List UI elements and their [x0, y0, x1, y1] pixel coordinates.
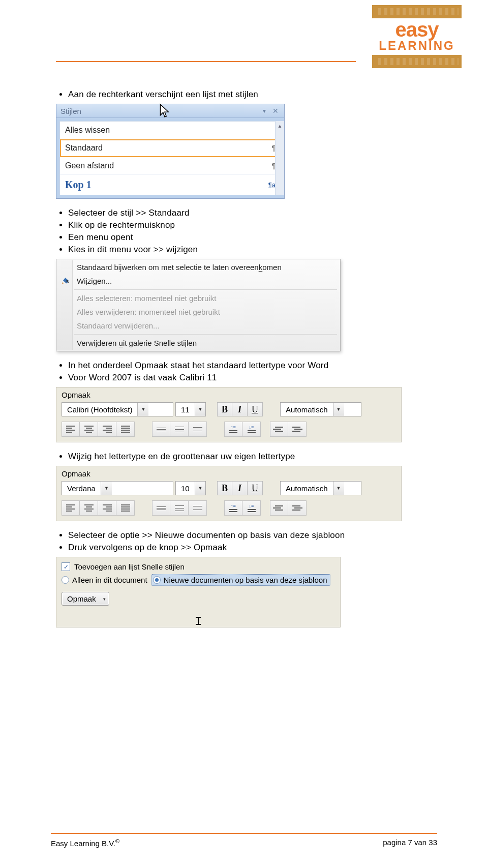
bold-button[interactable]: B	[217, 481, 232, 495]
style-mark: ¶	[264, 162, 276, 170]
font-color-combo[interactable]: Automatisch ▼	[280, 402, 361, 416]
button-label: Opmaak	[67, 594, 96, 603]
dropdown-icon[interactable]: ▼	[195, 403, 205, 416]
para-spacing-group: ↑≡ ↓≡	[224, 422, 261, 437]
align-right-button[interactable]	[98, 422, 116, 437]
font-color-value: Automatisch	[281, 405, 333, 414]
menu-item-label: Alles verwijderen: momenteel niet gebrui…	[77, 308, 220, 316]
align-center-button[interactable]	[80, 422, 98, 437]
align-group	[62, 422, 135, 437]
align-left-button[interactable]	[62, 500, 80, 516]
align-center-button[interactable]	[80, 500, 98, 516]
styles-task-pane: Stijlen ▼ ✕ Alles wissen Standaard ¶ Gee…	[56, 104, 285, 199]
spacing-2-button[interactable]	[189, 422, 207, 437]
list-item: Wijzig het lettertype en de groottenaar …	[68, 452, 432, 462]
font-family-combo[interactable]: Verdana ▼	[62, 481, 173, 495]
template-options-section: ✓ Toevoegen aan lijst Snelle stijlen All…	[56, 557, 341, 627]
bold-button[interactable]: B	[217, 402, 232, 416]
after-menu-bullets: In het onderdeel Opmaak staat het standa…	[56, 361, 432, 383]
footer-right: pagina 7 van 33	[383, 838, 437, 848]
mid-bullets: Selecteer de stijl >> Standaard Klik op …	[56, 208, 432, 255]
ctx-remove-all: Alles verwijderen: momenteel niet gebrui…	[56, 305, 340, 319]
indent-decrease-button[interactable]	[270, 422, 288, 437]
logo-word-learning: LEARNING	[366, 39, 468, 53]
space-before-inc-button[interactable]: ↑≡	[224, 500, 242, 516]
checkbox-label: Toevoegen aan lijst Snelle stijlen	[74, 562, 185, 571]
logo-word-easy: easy	[366, 20, 468, 39]
logo-ornament-top	[372, 5, 462, 18]
font-family-combo[interactable]: Calibri (Hoofdtekst) ▼	[62, 402, 173, 416]
italic-button[interactable]: I	[232, 481, 248, 495]
text-cursor-icon	[196, 617, 201, 625]
radio-new-documents[interactable]	[153, 576, 161, 584]
list-item: Klik op de rechtermuisknop	[68, 220, 432, 230]
logo-ornament-bottom	[372, 55, 462, 68]
style-label: Standaard	[65, 143, 264, 153]
style-row-geenafstand[interactable]: Geen afstand ¶	[60, 157, 281, 175]
font-size-combo[interactable]: 11 ▼	[175, 402, 206, 416]
space-before-dec-button[interactable]: ↓≡	[242, 500, 261, 516]
radio-label: Nieuwe documenten op basis van deze sjab…	[164, 576, 327, 584]
dropdown-icon[interactable]: ▼	[333, 403, 344, 416]
style-row-kop1[interactable]: Kop 1 ¶a	[60, 175, 281, 195]
indent-increase-button[interactable]	[288, 422, 307, 437]
indent-group	[270, 500, 307, 516]
align-left-button[interactable]	[62, 422, 80, 437]
pane-titlebar[interactable]: Stijlen ▼ ✕	[56, 104, 284, 118]
style-row-standaard[interactable]: Standaard ¶	[60, 139, 281, 157]
style-mark: ¶a	[264, 181, 276, 189]
indent-increase-button[interactable]	[288, 500, 307, 516]
italic-button[interactable]: I	[232, 402, 248, 416]
final-bullets: Selecteer de optie >> Nieuwe documenten …	[56, 530, 432, 553]
style-row-clearall[interactable]: Alles wissen	[60, 122, 281, 139]
format-dropdown-button[interactable]: Opmaak ▾	[62, 592, 109, 606]
footer-left: Easy Learning B.V.©	[51, 838, 119, 848]
intro-list: Aan de rechterkant verschijnt een lijst …	[56, 89, 432, 100]
align-group	[62, 500, 135, 516]
ctx-remove-from-gallery[interactable]: Verwijderen uit galerie Snelle stijlen	[56, 336, 340, 350]
font-color-value: Automatisch	[281, 484, 333, 493]
scroll-up-icon[interactable]: ▲	[276, 121, 284, 130]
spacing-2-button[interactable]	[189, 500, 207, 516]
align-justify-button[interactable]	[116, 500, 135, 516]
underline-button[interactable]: U	[248, 402, 263, 416]
linespacing-group	[152, 422, 207, 437]
space-before-dec-button[interactable]: ↓≡	[242, 422, 261, 437]
format-section-b: Opmaak Verdana ▼ 10 ▼ B I U Automatisch …	[56, 466, 402, 521]
ctx-delete-style: Standaard verwijderen...	[56, 319, 340, 333]
list-item: Druk vervolgens op de knop >> Opmaak	[68, 543, 432, 553]
spacing-1-button[interactable]	[152, 422, 170, 437]
align-right-button[interactable]	[98, 500, 116, 516]
pane-options-caret-icon[interactable]: ▼	[261, 107, 268, 114]
pane-close-icon[interactable]: ✕	[271, 106, 280, 115]
menu-item-label: Alles selecteren: momenteel niet gebruik…	[77, 294, 216, 303]
dropdown-icon[interactable]: ▼	[137, 403, 148, 416]
underline-button[interactable]: U	[248, 481, 263, 495]
font-size-combo[interactable]: 10 ▼	[175, 481, 206, 495]
style-label: Alles wissen	[65, 126, 264, 135]
ctx-update-to-match[interactable]: Standaard bijwerken om met selectie te l…	[56, 260, 340, 274]
styles-list: Alles wissen Standaard ¶ Geen afstand ¶ …	[59, 121, 281, 195]
intro-bullet: Aan de rechterkant verschijnt een lijst …	[68, 89, 432, 100]
menu-separator	[74, 334, 337, 335]
section-label: Opmaak	[62, 391, 396, 399]
space-before-inc-button[interactable]: ↑≡	[224, 422, 242, 437]
spacing-1-button[interactable]	[152, 500, 170, 516]
modify-icon: A	[60, 277, 72, 286]
align-justify-button[interactable]	[116, 422, 135, 437]
dropdown-icon[interactable]: ▼	[333, 482, 344, 495]
ctx-modify[interactable]: A Wijzigen...	[56, 274, 340, 288]
spacing-1p5-button[interactable]	[170, 422, 189, 437]
spacing-1p5-button[interactable]	[170, 500, 189, 516]
font-color-combo[interactable]: Automatisch ▼	[280, 481, 361, 495]
dropdown-icon[interactable]: ▼	[195, 482, 205, 495]
dropdown-icon: ▾	[103, 596, 106, 602]
menu-item-label: Wijzigen...	[77, 277, 112, 285]
indent-decrease-button[interactable]	[270, 500, 288, 516]
add-quickstyles-checkbox[interactable]: ✓	[62, 562, 70, 571]
dropdown-icon[interactable]: ▼	[101, 482, 112, 495]
radio-this-document[interactable]	[62, 576, 69, 584]
menu-separator	[74, 289, 337, 290]
linespacing-group	[152, 500, 207, 516]
pane-scrollbar[interactable]: ▲	[275, 121, 284, 195]
